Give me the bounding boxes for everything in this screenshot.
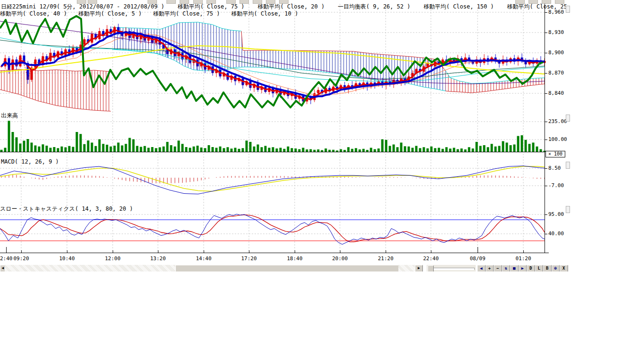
price-axis-label: 8,930 bbox=[548, 30, 564, 35]
time-axis-label: 12:00 bbox=[103, 256, 122, 262]
price-axis-label: 100.00 bbox=[548, 137, 567, 142]
ichimoku-cloud-left bbox=[0, 69, 111, 111]
indicator-label: 移動平均( Close, 150 ) bbox=[423, 3, 494, 10]
chart-title: 日経225mini 12/09( 5分, 2012/08/07 - 2012/0… bbox=[1, 3, 165, 10]
zoom-slider-groove[interactable] bbox=[429, 268, 475, 270]
time-axis-label: 14:40 bbox=[194, 256, 213, 262]
macd-signal-line bbox=[0, 166, 545, 191]
stoch-k-line bbox=[0, 214, 545, 244]
indicator-label: 移動平均( Close, 75 ) bbox=[178, 3, 245, 10]
macd-panel-label: MACD( 12, 26, 9 ) bbox=[1, 159, 59, 165]
panel-splitter-grip[interactable] bbox=[566, 6, 570, 13]
scrollbar-track-left[interactable] bbox=[5, 265, 175, 272]
header-row-2: 移動平均( Close, 40 ) 移動平均( Close, 5 ) 移動平均(… bbox=[0, 10, 298, 17]
scroll-right-button[interactable]: ▶ bbox=[415, 265, 423, 272]
toolbar-button-◀[interactable]: ◀ bbox=[477, 265, 486, 272]
stoch-d-line bbox=[0, 215, 545, 242]
price-axis-label: 40.00 bbox=[548, 231, 564, 237]
price-axis-label: 8,900 bbox=[548, 50, 564, 56]
time-axis-label: 08/09 bbox=[468, 256, 487, 262]
price-axis-label: 8,870 bbox=[548, 70, 564, 76]
scrollbar-thumb[interactable] bbox=[175, 265, 399, 272]
toolbar-button-B[interactable]: B bbox=[543, 265, 552, 272]
toolbar-button-−[interactable]: − bbox=[494, 265, 502, 272]
time-axis-label: 10:40 bbox=[58, 256, 76, 262]
scrollbar-track-right[interactable] bbox=[398, 265, 415, 272]
horizontal-scrollbar: ◀ ▶ ◀+−⇅■▶DLB⊕X bbox=[0, 265, 569, 272]
time-axis-label: 17:20 bbox=[239, 256, 258, 262]
chart-canvas bbox=[0, 0, 571, 272]
indicator-label: 移動平均( Close, 75 ) bbox=[153, 10, 220, 17]
price-axis-label: 8.50 bbox=[548, 165, 561, 171]
price-axis-label: -7.00 bbox=[548, 183, 564, 189]
time-axis-label: 2:40 bbox=[0, 256, 13, 262]
indicator-label: 移動平均( Close, 40 ) bbox=[0, 10, 67, 17]
toolbar-button-L[interactable]: L bbox=[535, 265, 544, 272]
time-axis-label: 13:20 bbox=[149, 256, 167, 262]
indicator-label: 移動平均( Close, 20 ) bbox=[258, 3, 325, 10]
bottom-toolbar: ◀+−⇅■▶DLB⊕X bbox=[477, 265, 568, 272]
multiplier-badge: × 100 bbox=[545, 151, 565, 157]
price-axis-label: 8,840 bbox=[548, 90, 564, 96]
price-axis-label: 235.00 bbox=[548, 119, 567, 124]
panel-splitter-grip[interactable] bbox=[566, 115, 570, 122]
stoch-panel-label: スロー・ストキャスティクス( 14, 3, 80, 20 ) bbox=[0, 206, 133, 212]
toolbar-button-⇅[interactable]: ⇅ bbox=[502, 265, 511, 272]
panel-splitter-grip[interactable] bbox=[566, 206, 570, 213]
price-axis-label: 8,960 bbox=[548, 9, 564, 15]
time-axis-label: 01:20 bbox=[514, 256, 533, 262]
zoom-slider[interactable] bbox=[427, 265, 476, 272]
time-axis-label: 21:20 bbox=[376, 256, 395, 262]
indicator-label: 移動平均( Close, 10 ) bbox=[231, 10, 298, 17]
header-row-1: 日経225mini 12/09( 5分, 2012/08/07 - 2012/0… bbox=[1, 3, 571, 10]
time-axis-label: 22:40 bbox=[421, 256, 440, 262]
zoom-slider-thumb[interactable] bbox=[428, 265, 434, 272]
time-axis-label: 18:40 bbox=[285, 256, 304, 262]
app-window: 日経225mini 12/09( 5分, 2012/08/07 - 2012/0… bbox=[0, 0, 571, 272]
toolbar-button-+[interactable]: + bbox=[486, 265, 494, 272]
volume-panel-label: 出来高 bbox=[1, 113, 18, 119]
time-axis-label: 09:20 bbox=[12, 256, 31, 262]
toolbar-button-■[interactable]: ■ bbox=[510, 265, 519, 272]
toolbar-button-D[interactable]: D bbox=[527, 265, 535, 272]
price-axis-label: 95.00 bbox=[548, 212, 564, 217]
indicator-label: 移動平均( Close, 5 ) bbox=[78, 10, 142, 17]
toolbar-button-▶[interactable]: ▶ bbox=[519, 265, 527, 272]
panel-splitter-grip[interactable] bbox=[566, 162, 570, 169]
time-axis-label: 20:00 bbox=[330, 256, 349, 262]
page-background: 日経225mini 12/09( 5分, 2012/08/07 - 2012/0… bbox=[0, 0, 644, 362]
toolbar-button-X[interactable]: X bbox=[560, 265, 568, 272]
volume-bars bbox=[1, 121, 545, 152]
indicator-label: 一目均衡表( 9, 26, 52 ) bbox=[338, 3, 411, 10]
toolbar-button-⊕[interactable]: ⊕ bbox=[552, 265, 560, 272]
